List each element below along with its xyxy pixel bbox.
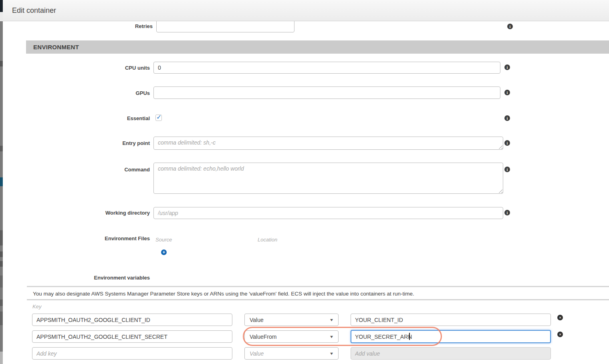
divider — [27, 286, 609, 287]
info-icon[interactable]: i — [504, 90, 510, 95]
bg-text-fleck — [0, 300, 3, 306]
bg-dark-sliver — [0, 276, 3, 288]
panel-header: Edit container — [3, 0, 609, 21]
info-icon[interactable]: i — [504, 115, 510, 121]
chevron-down-icon: ▼ — [329, 335, 334, 339]
bg-text-fleck — [0, 251, 3, 257]
info-icon[interactable]: i — [504, 167, 510, 172]
selected-option: ValueFrom — [250, 334, 276, 340]
bg-light-sliver — [0, 352, 3, 364]
retries-label: Retries — [43, 23, 153, 29]
env-var-value-input[interactable] — [351, 314, 551, 326]
bg-dark-sliver — [0, 230, 3, 245]
env-var-key-input[interactable] — [32, 330, 232, 343]
environment-section-header: ENVIRONMENT — [26, 40, 609, 54]
background-page-strip — [0, 0, 3, 364]
retries-input[interactable] — [156, 20, 294, 32]
chevron-down-icon: ▼ — [329, 318, 334, 322]
bg-text-fleck — [0, 146, 3, 151]
chevron-down-icon: ▼ — [329, 352, 334, 356]
env-var-key-input[interactable] — [32, 314, 232, 326]
env-files-source-header: Source — [155, 237, 172, 243]
bg-blue-button-sliver — [0, 177, 3, 186]
env-files-location-header: Location — [258, 237, 277, 243]
bg-text-fleck — [0, 61, 3, 66]
env-var-type-select[interactable]: Value ▼ — [244, 314, 339, 326]
env-var-add-value-input[interactable] — [351, 347, 551, 360]
text-caret — [409, 333, 410, 340]
environment-section-title: ENVIRONMENT — [33, 44, 79, 50]
cpu-units-input[interactable] — [153, 62, 500, 74]
bg-text-fleck — [0, 261, 3, 267]
environment-variables-label: Environment variables — [40, 275, 150, 281]
bg-top-nav-sliver — [0, 0, 3, 12]
entry-point-label: Entry point — [40, 140, 150, 146]
bg-header-sliver — [0, 12, 3, 21]
env-var-type-select[interactable]: ValueFrom ▼ — [244, 330, 339, 343]
cpu-units-label: CPU units — [40, 65, 150, 71]
essential-label: Essential — [40, 115, 150, 121]
environment-files-label: Environment Files — [40, 235, 150, 241]
essential-checkbox[interactable]: ✓ — [155, 115, 162, 121]
gpus-input[interactable] — [153, 86, 500, 99]
checkmark-icon: ✓ — [156, 113, 161, 121]
entry-point-textarea[interactable] — [153, 137, 503, 150]
env-var-add-key-input[interactable] — [32, 347, 232, 360]
delete-row-icon[interactable]: ✕ — [557, 332, 563, 337]
selected-option: Value — [250, 317, 264, 323]
gpus-label: GPUs — [40, 90, 150, 96]
command-textarea[interactable] — [153, 163, 503, 194]
info-icon[interactable]: i — [504, 64, 510, 70]
panel-title: Edit container — [12, 6, 56, 15]
info-icon[interactable]: i — [507, 24, 513, 29]
selected-option: Value — [250, 350, 264, 357]
add-environment-file-button[interactable]: + — [161, 249, 167, 255]
delete-row-icon[interactable]: ✕ — [557, 315, 563, 320]
command-label: Command — [40, 167, 150, 173]
env-var-value-input[interactable] — [351, 330, 551, 343]
working-directory-label: Working directory — [40, 210, 150, 216]
env-var-type-select[interactable]: Value ▼ — [244, 347, 339, 360]
divider — [27, 299, 609, 300]
info-icon[interactable]: i — [504, 140, 510, 146]
info-icon[interactable]: i — [504, 210, 510, 215]
bg-dark-sliver — [0, 312, 3, 325]
working-directory-input[interactable] — [153, 207, 503, 219]
env-vars-note: You may also designate AWS Systems Manag… — [33, 291, 414, 297]
env-vars-key-header: Key — [32, 304, 41, 310]
